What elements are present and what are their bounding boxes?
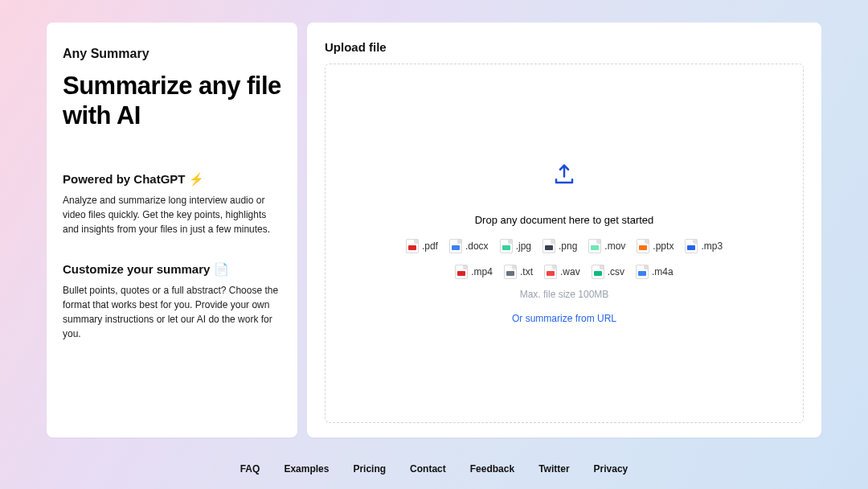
file-type-chip: .mp3: [685, 239, 723, 253]
file-type-chip: .wav: [544, 265, 580, 279]
file-type-chip: .png: [542, 239, 577, 253]
footer-link-privacy[interactable]: Privacy: [594, 463, 628, 475]
file-ext-label: .txt: [520, 266, 533, 277]
footer-link-pricing[interactable]: Pricing: [353, 463, 386, 475]
file-icon: [636, 265, 649, 279]
upload-title: Upload file: [325, 40, 804, 54]
file-type-chip: .txt: [504, 265, 533, 279]
file-icon: [504, 265, 517, 279]
dropzone-text: Drop any document here to get started: [475, 214, 654, 226]
feature-title: Customize your summary 📄: [63, 262, 281, 277]
file-type-list: .pdf.docx.jpg.png.mov.pptx.mp3.mp4.txt.w…: [387, 239, 741, 279]
file-icon: [500, 239, 513, 253]
file-type-chip: .mov: [588, 239, 625, 253]
max-file-size: Max. file size 100MB: [520, 289, 609, 300]
footer-link-feedback[interactable]: Feedback: [470, 463, 514, 475]
file-type-chip: .pptx: [637, 239, 674, 253]
footer-link-examples[interactable]: Examples: [284, 463, 329, 475]
feature-title: Powered by ChatGPT ⚡: [63, 172, 281, 187]
file-ext-label: .wav: [560, 266, 580, 277]
file-icon: [637, 239, 649, 253]
file-ext-label: .png: [559, 240, 577, 252]
page-headline: Summarize any file with AI: [63, 71, 281, 130]
feature-body: Analyze and summarize long interview aud…: [63, 193, 281, 236]
file-ext-label: .m4a: [652, 266, 674, 277]
file-icon: [588, 239, 601, 253]
file-ext-label: .mov: [604, 240, 625, 252]
footer-link-twitter[interactable]: Twitter: [538, 463, 569, 475]
file-type-chip: .mp4: [455, 265, 493, 279]
upload-card: Upload file Drop any document here to ge…: [307, 23, 821, 438]
file-type-chip: .docx: [449, 239, 489, 253]
brand-title: Any Summary: [63, 47, 281, 61]
file-icon: [542, 239, 555, 253]
file-ext-label: .pdf: [422, 240, 438, 252]
file-ext-label: .mp4: [471, 266, 493, 277]
file-type-chip: .m4a: [636, 265, 674, 279]
file-dropzone[interactable]: Drop any document here to get started .p…: [325, 64, 804, 423]
file-ext-label: .jpg: [516, 240, 531, 252]
file-ext-label: .pptx: [653, 240, 674, 252]
file-icon: [406, 239, 419, 253]
file-ext-label: .csv: [608, 266, 624, 277]
footer-nav: FAQExamplesPricingContactFeedbackTwitter…: [47, 438, 821, 475]
file-icon: [685, 239, 698, 253]
file-ext-label: .mp3: [701, 240, 723, 252]
summarize-from-url-link[interactable]: Or summarize from URL: [512, 313, 616, 324]
feature-block: Powered by ChatGPT ⚡ Analyze and summari…: [63, 172, 281, 236]
file-type-chip: .pdf: [406, 239, 438, 253]
file-icon: [449, 239, 462, 253]
file-icon: [544, 265, 557, 279]
main-content: Any Summary Summarize any file with AI P…: [47, 23, 821, 438]
file-icon: [592, 265, 604, 279]
feature-block: Customize your summary 📄 Bullet points, …: [63, 262, 281, 341]
footer-link-faq[interactable]: FAQ: [240, 463, 260, 475]
file-icon: [455, 265, 468, 279]
upload-icon: [552, 162, 576, 190]
intro-card: Any Summary Summarize any file with AI P…: [47, 23, 297, 438]
file-ext-label: .docx: [465, 240, 489, 252]
feature-body: Bullet points, quotes or a full abstract…: [63, 283, 281, 341]
file-type-chip: .jpg: [500, 239, 531, 253]
file-type-chip: .csv: [592, 265, 624, 279]
footer-link-contact[interactable]: Contact: [410, 463, 446, 475]
